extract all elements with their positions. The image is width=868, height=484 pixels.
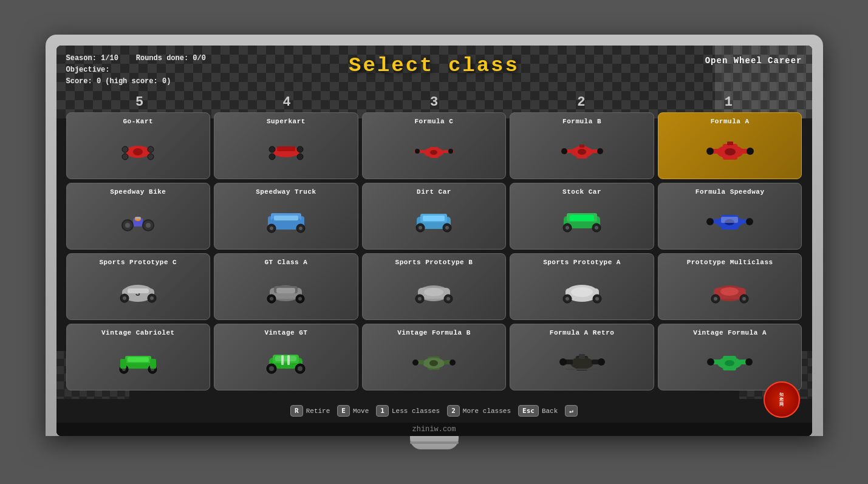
svg-rect-82	[128, 288, 149, 293]
svg-point-151	[725, 360, 734, 366]
gt-class-a-visual	[218, 270, 354, 316]
title-center: Select class	[349, 54, 519, 77]
career-label: Open Wheel Career	[705, 56, 802, 66]
key-hint-enter: ↵	[565, 405, 578, 417]
col-5: 5	[66, 95, 213, 110]
key-hint-r: R Retire	[290, 405, 330, 417]
laptop-screen-outer: 知您网 Season: 1/10 Rounds done: 0/0 Object…	[46, 35, 823, 437]
svg-rect-74	[721, 217, 738, 223]
card-stock-car-label: Stock Car	[562, 188, 601, 196]
formula-b-svg	[559, 138, 605, 166]
key-e-label: Move	[353, 407, 369, 415]
svg-rect-36	[727, 141, 733, 145]
card-formula-a-retro-label: Formula A Retro	[550, 329, 615, 336]
card-formula-b-label: Formula B	[562, 118, 601, 125]
card-sports-prototype-b-label: Sports Prototype B	[395, 259, 473, 266]
header-top: Season: 1/10 Rounds done: 0/0 Objective:…	[66, 53, 802, 88]
card-formula-a[interactable]: Formula A	[658, 112, 802, 179]
formula-speedway-svg	[706, 207, 754, 237]
card-sports-prototype-a[interactable]: Sports Prototype A	[510, 253, 654, 320]
card-stock-car[interactable]: Stock Car	[510, 183, 654, 250]
header-info: Season: 1/10 Rounds done: 0/0 Objective:…	[66, 53, 206, 88]
formula-a-retro-svg	[559, 348, 605, 378]
svg-point-51	[299, 227, 302, 230]
svg-point-126	[298, 366, 302, 371]
sports-prototype-b-visual	[366, 270, 502, 316]
svg-point-89	[298, 297, 302, 301]
card-formula-b[interactable]: Formula B	[510, 112, 654, 179]
key-esc[interactable]: Esc	[518, 405, 539, 417]
card-gt-class-a[interactable]: GT Class A	[214, 253, 358, 320]
column-numbers: 5 4 3 2 1	[56, 95, 812, 110]
svg-point-88	[270, 297, 273, 301]
speedway-bike-visual	[70, 199, 207, 245]
card-formula-a-retro[interactable]: Formula A Retro	[510, 324, 654, 390]
season-rounds: Season: 1/10 Rounds done: 0/0	[66, 53, 206, 64]
card-speedway-bike[interactable]: Speedway Bike	[66, 183, 211, 250]
key-2[interactable]: 2	[447, 405, 460, 417]
card-vintage-cabriolet[interactable]: Vintage Cabriolet	[66, 324, 211, 390]
stock-car-visual	[514, 199, 650, 245]
svg-point-12	[269, 154, 275, 160]
key-e[interactable]: E	[337, 405, 350, 417]
card-dirt-car[interactable]: Dirt Car	[362, 183, 507, 250]
svg-point-125	[269, 366, 274, 371]
svg-point-57	[419, 226, 422, 230]
card-vintage-gt[interactable]: Vintage GT	[214, 324, 358, 390]
header: Season: 1/10 Rounds done: 0/0 Objective:…	[56, 46, 812, 93]
vintage-cabriolet-svg	[115, 348, 161, 378]
formula-a-svg	[706, 137, 754, 167]
card-vintage-gt-label: Vintage GT	[264, 329, 307, 336]
svg-rect-143	[579, 354, 585, 359]
svg-point-19	[448, 149, 453, 154]
card-speedway-truck[interactable]: Speedway Truck	[214, 183, 358, 250]
svg-point-95	[418, 297, 422, 301]
card-speedway-truck-label: Speedway Truck	[256, 188, 316, 196]
svg-point-58	[445, 226, 449, 230]
vintage-formula-a-svg	[707, 348, 753, 378]
sports-prototype-b-svg	[411, 278, 457, 308]
card-formula-speedway[interactable]: Formula Speedway	[658, 183, 802, 250]
svg-point-6	[133, 148, 143, 155]
card-sports-prototype-b[interactable]: Sports Prototype B	[362, 253, 507, 320]
col-3: 3	[360, 95, 507, 110]
svg-point-103	[595, 297, 599, 301]
svg-point-104	[571, 287, 593, 297]
key-hint-e: E Move	[337, 405, 369, 417]
card-vintage-formula-a[interactable]: Vintage Formula A	[658, 324, 802, 390]
card-go-kart[interactable]: Go-Kart	[66, 112, 211, 179]
svg-point-3	[148, 146, 154, 152]
svg-point-50	[270, 227, 273, 230]
key-r[interactable]: R	[290, 405, 303, 417]
svg-point-25	[561, 148, 567, 154]
card-formula-c[interactable]: Formula C	[362, 112, 507, 179]
laptop-bottom	[410, 436, 459, 449]
dirt-car-visual	[366, 199, 502, 245]
svg-point-141	[559, 358, 567, 366]
svg-rect-129	[287, 355, 290, 365]
sports-prototype-a-visual	[514, 270, 650, 316]
card-speedway-bike-label: Speedway Bike	[110, 188, 166, 196]
card-go-kart-label: Go-Kart	[123, 118, 153, 125]
svg-point-111	[720, 287, 739, 296]
svg-point-109	[714, 297, 717, 301]
key-enter[interactable]: ↵	[565, 405, 578, 417]
svg-point-80	[150, 296, 154, 300]
svg-point-27	[578, 149, 586, 155]
formula-c-svg	[411, 138, 457, 166]
card-superkart[interactable]: Superkart	[214, 112, 358, 179]
key-hint-esc: Esc Back	[518, 405, 558, 417]
card-vintage-cabriolet-label: Vintage Cabriolet	[101, 329, 175, 336]
svg-point-35	[725, 148, 736, 155]
svg-rect-9	[277, 146, 295, 151]
prototype-multiclass-svg	[707, 278, 753, 308]
season-label: Season: 1/10	[66, 54, 118, 63]
card-sports-prototype-c[interactable]: Sports Prototype C 3	[66, 253, 211, 320]
card-prototype-multiclass[interactable]: Prototype Multiclass	[658, 253, 802, 320]
key-1[interactable]: 1	[376, 405, 389, 417]
dirt-car-svg	[409, 207, 458, 237]
card-vintage-formula-b[interactable]: Vintage Formula B	[362, 324, 507, 390]
vintage-formula-b-svg	[411, 348, 457, 378]
controls-bar: R Retire E Move 1 Less classes 2 More cl…	[56, 399, 812, 423]
formula-c-visual	[366, 129, 502, 175]
